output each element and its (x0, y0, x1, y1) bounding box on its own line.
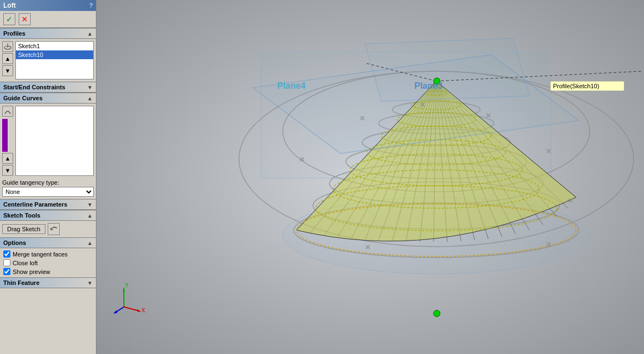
guide-left-controls: ▲ ▼ (2, 106, 13, 176)
oversketch-icon (49, 225, 58, 233)
title-bar: Loft ? (0, 0, 96, 11)
svg-text:✕: ✕ (546, 147, 551, 155)
close-loft-checkbox[interactable] (3, 259, 10, 266)
profile-item-sketch10[interactable]: Sketch10 (16, 50, 93, 59)
guide-move-down-btn[interactable]: ▼ (2, 165, 13, 176)
options-header[interactable]: Options ▲ (0, 237, 96, 248)
guide-tangent-select[interactable]: None Tangent Curvature (2, 187, 94, 197)
profiles-buttons: ▲ ▼ (2, 41, 13, 79)
guide-curves-chevron: ▲ (87, 95, 93, 101)
move-up-btn[interactable]: ▲ (2, 53, 13, 64)
svg-marker-65 (123, 288, 125, 292)
guide-move-up-btn[interactable]: ▲ (2, 153, 13, 164)
viewport: ✕ ✕ ✕ ✕ ✕ ✕ ✕ ✕ Plane3 Plane4 Profile(Sk… (96, 0, 644, 354)
close-loft-label: Close loft (13, 260, 38, 266)
svg-text:✕: ✕ (420, 101, 425, 109)
profile-item-sketch1[interactable]: Sketch1 (16, 42, 93, 50)
options-chevron: ▲ (87, 240, 93, 246)
drag-sketch-button[interactable]: Drag Sketch (2, 224, 45, 234)
merge-tangent-faces-checkbox[interactable] (3, 250, 10, 258)
svg-text:Plane4: Plane4 (277, 81, 306, 90)
profiles-label: Profiles (3, 30, 25, 37)
svg-text:Plane3: Plane3 (414, 81, 443, 90)
sketch-icon-btn[interactable] (2, 41, 13, 52)
guide-curves-header[interactable]: Guide Curves ▲ (0, 93, 96, 104)
profiles-content: ▲ ▼ Sketch1 Sketch10 (0, 39, 96, 82)
show-preview-row[interactable]: Show preview (3, 268, 93, 275)
start-end-chevron: ▼ (87, 84, 93, 90)
help-button[interactable]: ? (89, 2, 93, 9)
merge-tangent-faces-label: Merge tangent faces (13, 251, 67, 258)
svg-text:✕: ✕ (365, 243, 371, 251)
sketch-tools-chevron: ▲ (87, 213, 93, 219)
svg-marker-67 (114, 310, 117, 313)
centerline-label: Centerline Parameters (3, 201, 67, 208)
merge-tangent-faces-row[interactable]: Merge tangent faces (3, 250, 93, 258)
svg-text:X: X (141, 307, 145, 313)
svg-text:Profile(Sketch10): Profile(Sketch10) (553, 83, 599, 89)
svg-text:Y: Y (125, 282, 129, 288)
svg-text:✕: ✕ (546, 241, 551, 248)
options-label: Options (3, 239, 26, 246)
ok-button[interactable]: ✓ (3, 13, 15, 25)
guide-curves-content: ▲ ▼ (0, 104, 96, 178)
guide-sketch-btn[interactable] (2, 106, 13, 117)
thin-feature-chevron: ▼ (87, 280, 93, 286)
svg-text:✕: ✕ (568, 197, 573, 204)
svg-text:✕: ✕ (486, 112, 491, 119)
guide-color-bar (2, 119, 8, 152)
start-end-label: Start/End Constraints (3, 84, 65, 90)
sketch-tools-label: Sketch Tools (3, 212, 41, 219)
guide-curves-list[interactable] (15, 106, 94, 176)
svg-point-47 (434, 310, 440, 317)
profiles-section-header[interactable]: Profiles ▲ (0, 28, 96, 39)
title-bar-text: Loft (3, 2, 16, 9)
show-preview-label: Show preview (13, 269, 50, 275)
guide-curves-label: Guide Curves (3, 95, 43, 101)
sketch-tools-header[interactable]: Sketch Tools ▲ (0, 210, 96, 221)
centerline-chevron: ▼ (87, 202, 93, 208)
svg-text:✕: ✕ (360, 115, 365, 122)
cancel-button[interactable]: ✕ (19, 13, 31, 25)
sketch-icon (4, 43, 12, 50)
profiles-chevron: ▲ (87, 31, 93, 37)
left-panel: Loft ? ✓ ✕ Profiles ▲ ▲ ▼ Sketch1 Sketch… (0, 0, 96, 354)
sketch-tools-content: Drag Sketch (0, 221, 96, 237)
centerline-parameters-header[interactable]: Centerline Parameters ▼ (0, 199, 96, 210)
loft-3d-scene: ✕ ✕ ✕ ✕ ✕ ✕ ✕ ✕ Plane3 Plane4 Profile(Sk… (96, 0, 644, 354)
move-down-btn[interactable]: ▼ (2, 65, 13, 76)
start-end-constraints-header[interactable]: Start/End Constraints ▼ (0, 82, 96, 93)
thin-feature-label: Thin Feature (3, 279, 39, 286)
svg-text:✕: ✕ (299, 156, 305, 163)
thin-feature-header[interactable]: Thin Feature ▼ (0, 277, 96, 288)
close-loft-row[interactable]: Close loft (3, 259, 93, 266)
guide-tangent-label: Guide tangency type: (2, 179, 94, 186)
guide-tangent-section: Guide tangency type: None Tangent Curvat… (0, 178, 96, 199)
guide-sketch-icon (4, 107, 12, 115)
profiles-list[interactable]: Sketch1 Sketch10 (15, 41, 94, 79)
show-preview-checkbox[interactable] (3, 268, 10, 275)
oversketch-button[interactable] (48, 223, 60, 235)
ok-cancel-row: ✓ ✕ (0, 11, 96, 28)
options-content: Merge tangent faces Close loft Show prev… (0, 248, 96, 277)
